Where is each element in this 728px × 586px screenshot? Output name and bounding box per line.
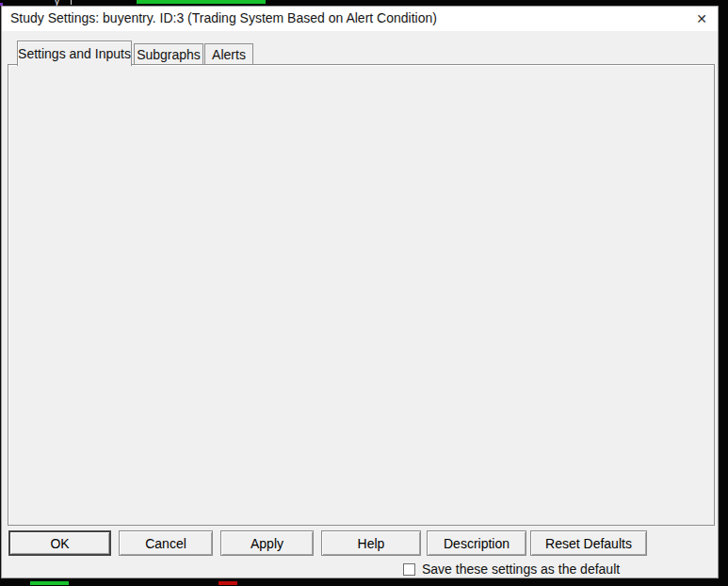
tab-page-settings-and-inputs (8, 64, 715, 526)
tab-subgraphs[interactable]: Subgraphs (134, 43, 203, 65)
ok-button[interactable]: OK (8, 530, 111, 556)
background-tick (71, 0, 72, 5)
tab-alerts[interactable]: Alerts (204, 43, 253, 65)
apply-button[interactable]: Apply (220, 530, 314, 556)
background-green-bar (137, 0, 266, 4)
study-settings-dialog: Study Settings: buyentry. ID:3 (Trading … (1, 6, 719, 578)
close-icon[interactable]: ✕ (691, 8, 712, 29)
checkbox-box[interactable] (403, 563, 415, 576)
description-button[interactable]: Description (427, 530, 526, 556)
tab-label: Settings and Inputs (18, 46, 131, 61)
background-green-bar (30, 581, 69, 585)
checkbox-save-settings-as-default[interactable]: Save these settings as the default (403, 562, 620, 577)
background-window-bottom-strip (0, 578, 728, 586)
tab-label: Subgraphs (137, 47, 201, 62)
tab-label: Alerts (212, 47, 246, 62)
reset-defaults-button[interactable]: Reset Defaults (530, 530, 647, 556)
cancel-button[interactable]: Cancel (119, 530, 213, 556)
titlebar[interactable]: Study Settings: buyentry. ID:3 (Trading … (2, 7, 718, 31)
help-button[interactable]: Help (321, 530, 421, 556)
screen: y Study Settings: buyentry. ID:3 (Tradin… (0, 0, 728, 586)
dialog-title: Study Settings: buyentry. ID:3 (Trading … (10, 7, 437, 30)
tab-settings-and-inputs[interactable]: Settings and Inputs (17, 41, 132, 66)
background-red-bar (218, 581, 237, 585)
checkbox-label: Save these settings as the default (422, 562, 620, 577)
background-window-right-strip (719, 0, 728, 586)
